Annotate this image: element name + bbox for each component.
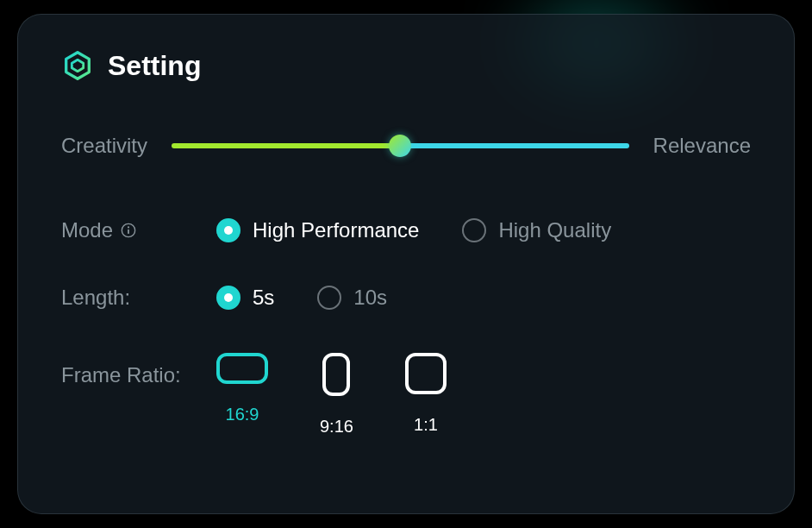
- svg-rect-4: [128, 229, 129, 234]
- svg-point-3: [128, 226, 129, 228]
- radio-icon: [216, 218, 240, 242]
- mode-option-high-quality[interactable]: High Quality: [462, 218, 611, 242]
- settings-panel: Setting Creativity Relevance Mode High P…: [17, 14, 795, 514]
- radio-label: High Performance: [253, 218, 419, 242]
- length-label: Length:: [61, 286, 216, 310]
- slider-right-label: Relevance: [653, 134, 751, 158]
- creativity-relevance-slider-row: Creativity Relevance: [61, 134, 751, 158]
- ratio-option-16-9[interactable]: 16:9: [216, 353, 268, 437]
- ratio-label: 16:9: [226, 405, 259, 424]
- ratio-label: 1:1: [414, 415, 438, 435]
- frame-ratio-row: Frame Ratio: 16:9 9:16 1:1: [61, 353, 751, 437]
- frame-ratio-label: Frame Ratio:: [61, 353, 216, 387]
- panel-header: Setting: [61, 49, 751, 82]
- length-option-5s[interactable]: 5s: [216, 286, 274, 310]
- svg-marker-1: [72, 60, 83, 71]
- mode-label: Mode: [61, 218, 216, 242]
- ratio-option-9-16[interactable]: 9:16: [320, 353, 353, 437]
- ratio-shape-icon: [322, 353, 350, 396]
- mode-option-high-performance[interactable]: High Performance: [216, 218, 419, 242]
- svg-marker-0: [66, 53, 90, 79]
- radio-icon: [216, 286, 240, 310]
- radio-label: 5s: [253, 286, 274, 310]
- radio-label: 10s: [353, 286, 387, 310]
- mode-radio-group: High Performance High Quality: [216, 218, 611, 242]
- length-option-10s[interactable]: 10s: [317, 286, 387, 310]
- length-row: Length: 5s 10s: [61, 286, 751, 310]
- radio-icon: [317, 286, 341, 310]
- settings-logo-icon: [61, 49, 94, 82]
- ratio-shape-icon: [405, 353, 447, 394]
- ratio-label: 9:16: [320, 417, 353, 437]
- panel-title: Setting: [108, 50, 201, 82]
- ratio-shape-icon: [216, 353, 268, 384]
- creativity-slider[interactable]: [172, 143, 629, 148]
- info-icon[interactable]: [120, 222, 137, 239]
- mode-row: Mode High Performance High Quality: [61, 218, 751, 242]
- radio-label: High Quality: [498, 218, 611, 242]
- slider-left-label: Creativity: [61, 134, 147, 158]
- radio-icon: [462, 218, 486, 242]
- ratio-option-1-1[interactable]: 1:1: [405, 353, 447, 437]
- frame-ratio-options: 16:9 9:16 1:1: [216, 353, 447, 437]
- slider-thumb[interactable]: [389, 135, 411, 157]
- length-radio-group: 5s 10s: [216, 286, 387, 310]
